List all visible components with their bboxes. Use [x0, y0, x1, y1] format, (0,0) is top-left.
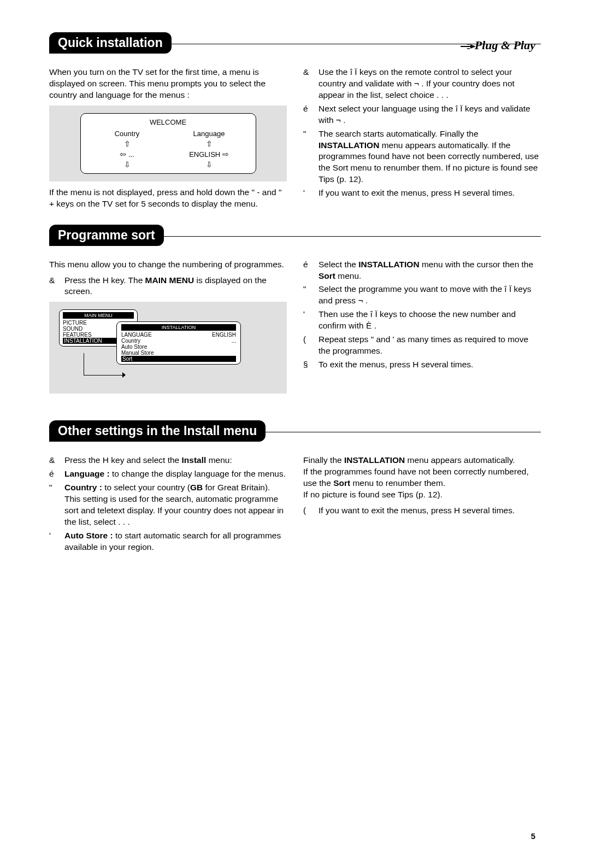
- arrow-up-icon: ⇧: [124, 140, 131, 148]
- step-text: Select the INSTALLATION menu with the cu…: [318, 260, 533, 280]
- menu-illustration: MAIN MENU PICTURESOUNDFEATURESINSTALLATI…: [49, 302, 287, 394]
- heading-quick-installation: Quick installation: [49, 32, 172, 54]
- step-text: Country : to select your country (GB for…: [64, 483, 284, 526]
- step-item: "Select the programme you want to move w…: [303, 284, 541, 307]
- step-marker: ': [49, 530, 60, 542]
- step-text: Next select your language using the î Ï …: [318, 104, 530, 125]
- step-item: éLanguage : to change the display langua…: [49, 468, 287, 480]
- step-text: The search starts automatically. Finally…: [318, 129, 539, 184]
- step-item: &Use the î Ï keys on the remote control …: [303, 67, 541, 101]
- step-text: If you want to exit the menus, press H s…: [318, 188, 515, 197]
- step-item: §To exit the menus, press H several time…: [303, 359, 541, 371]
- step-item: 'Then use the î Ï keys to choose the new…: [303, 309, 541, 332]
- arrow-right-icon: ⇨: [222, 150, 229, 158]
- step-marker: (: [303, 505, 314, 517]
- step-marker: ": [49, 482, 60, 494]
- arrow-up-icon: ⇧: [206, 140, 213, 148]
- step-item: "The search starts automatically. Finall…: [303, 128, 541, 186]
- step-marker: &: [49, 455, 60, 466]
- intro-text: When you turn on the TV set for the firs…: [49, 67, 287, 101]
- step-item: 'If you want to exit the menus, press H …: [303, 187, 541, 199]
- heading-programme-sort: Programme sort: [49, 225, 164, 246]
- step-marker: ": [303, 284, 314, 295]
- step-marker: ": [303, 128, 314, 140]
- section-other-settings: Other settings in the Install menu &Pres…: [49, 432, 541, 555]
- step-marker: §: [303, 359, 314, 371]
- step-marker: ': [303, 309, 314, 320]
- step-item: &Press the H key and select the Install …: [49, 455, 287, 466]
- step-text: Then use the î Ï keys to choose the new …: [318, 309, 516, 330]
- step-item: 'Auto Store : to start automatic search …: [49, 530, 287, 553]
- step-text: Language : to change the display languag…: [64, 469, 286, 478]
- steps-list: (If you want to exit the menus, press H …: [303, 505, 541, 517]
- page-number: 5: [531, 831, 535, 841]
- intro-text: This menu allow you to change the number…: [49, 259, 287, 271]
- step-text: Press the H key. The MAIN MENU is displa…: [64, 275, 267, 296]
- step-item: éSelect the INSTALLATION menu with the c…: [303, 259, 541, 282]
- arrow-left-icon: ⇦: [120, 150, 126, 158]
- step-text: Auto Store : to start automatic search f…: [64, 531, 281, 552]
- steps-list: éSelect the INSTALLATION menu with the c…: [303, 259, 541, 371]
- step-marker: &: [303, 67, 314, 78]
- step-marker: é: [303, 259, 314, 271]
- step-item: (Repeat steps " and ' as many times as r…: [303, 334, 541, 357]
- step-text: Select the programme you want to move wi…: [318, 284, 531, 305]
- step-item: (If you want to exit the menus, press H …: [303, 505, 541, 517]
- step-marker: ': [303, 187, 314, 199]
- step-item: &Press the H key. The MAIN MENU is displ…: [49, 275, 287, 298]
- step-text: If you want to exit the menus, press H s…: [318, 506, 515, 515]
- step-item: "Country : to select your country (GB fo…: [49, 482, 287, 528]
- plug-and-play-logo: Plug & Play: [461, 38, 535, 52]
- step-text: To exit the menus, press H several times…: [318, 360, 473, 369]
- arrow-down-icon: ⇩: [206, 161, 213, 168]
- steps-list: &Press the H key. The MAIN MENU is displ…: [49, 275, 287, 298]
- step-text: Repeat steps " and ' as many times as re…: [318, 335, 528, 355]
- step-marker: é: [303, 103, 314, 115]
- arrow-down-icon: ⇩: [124, 161, 131, 168]
- note-text: If the menu is not displayed, press and …: [49, 187, 287, 210]
- steps-list: &Press the H key and select the Install …: [49, 455, 287, 553]
- step-text: Press the H key and select the Install m…: [64, 455, 232, 465]
- right-text: Finally the INSTALLATION menu appears au…: [303, 455, 541, 501]
- step-marker: (: [303, 334, 314, 345]
- welcome-menu-illustration: WELCOME Country Language ⇧ ⇧ ⇦ ... ENGLI…: [49, 105, 287, 181]
- step-item: éNext select your language using the î Ï…: [303, 103, 541, 126]
- steps-list: &Use the î Ï keys on the remote control …: [303, 67, 541, 199]
- step-marker: &: [49, 275, 60, 286]
- section-programme-sort: Programme sort This menu allow you to ch…: [49, 236, 541, 400]
- section-quick-installation: Quick installation When you turn on the …: [49, 44, 541, 214]
- step-marker: é: [49, 468, 60, 480]
- heading-other-settings: Other settings in the Install menu: [49, 420, 266, 442]
- step-text: Use the î Ï keys on the remote control t…: [318, 67, 515, 99]
